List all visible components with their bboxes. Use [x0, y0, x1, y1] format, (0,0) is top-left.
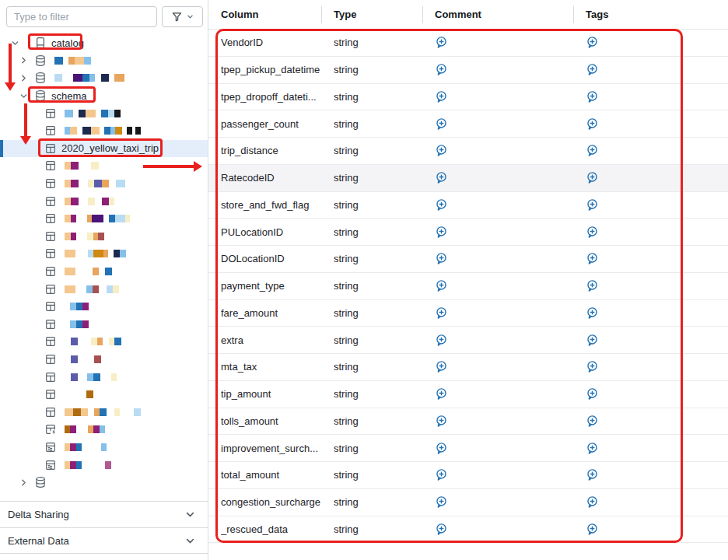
add-tag-button[interactable]	[586, 36, 599, 49]
table-row[interactable]: fare_amount string	[208, 300, 728, 327]
table-row[interactable]: tolls_amount string	[208, 408, 728, 436]
table-row[interactable]: DOLocationID string	[208, 246, 728, 273]
table-icon	[44, 406, 57, 418]
column-name: total_amount	[221, 469, 321, 481]
add-comment-button[interactable]	[435, 279, 448, 292]
add-comment-button[interactable]	[435, 226, 448, 239]
table-row[interactable]: total_amount string	[208, 462, 728, 489]
tree-item[interactable]	[0, 210, 208, 228]
add-tag-button[interactable]	[586, 360, 599, 373]
add-comment-button[interactable]	[435, 36, 448, 49]
add-comment-button[interactable]	[435, 334, 448, 347]
table-row[interactable]: extra string	[208, 327, 728, 354]
add-comment-button[interactable]	[435, 495, 448, 509]
table-row[interactable]: trip_distance string	[208, 138, 728, 165]
add-comment-button[interactable]	[435, 387, 448, 401]
chevron-down-icon[interactable]	[11, 39, 34, 47]
add-tag-button[interactable]	[586, 63, 599, 76]
add-tag-button[interactable]	[586, 415, 599, 428]
tree-item[interactable]	[0, 69, 208, 87]
add-comment-button[interactable]	[435, 144, 448, 157]
table-row[interactable]: tip_amount string	[208, 381, 728, 408]
add-comment-button[interactable]	[435, 252, 448, 265]
add-tag-button[interactable]	[586, 198, 599, 212]
tree-item[interactable]	[0, 192, 208, 210]
tree-item[interactable]	[0, 439, 208, 457]
table-row[interactable]: improvement_surch... string	[208, 435, 728, 462]
redacted-item-label	[65, 180, 125, 187]
add-tag-button[interactable]	[586, 523, 599, 536]
table-row[interactable]: congestion_surcharge string	[208, 489, 728, 516]
add-comment-button[interactable]	[435, 171, 448, 184]
tree-item[interactable]	[0, 386, 208, 404]
tree-item[interactable]	[0, 175, 208, 193]
add-comment-button[interactable]	[435, 523, 448, 536]
add-comment-button[interactable]	[435, 117, 448, 131]
tree-item[interactable]	[0, 316, 208, 334]
add-comment-button[interactable]	[435, 468, 448, 481]
add-tag-button[interactable]	[586, 171, 599, 184]
add-comment-button[interactable]	[435, 360, 448, 373]
add-comment-button[interactable]	[435, 442, 448, 455]
tree-item[interactable]: schema	[0, 87, 208, 105]
add-tag-button[interactable]	[586, 144, 599, 157]
add-tag-button[interactable]	[586, 468, 599, 481]
add-tag-button[interactable]	[586, 252, 599, 265]
add-tag-button[interactable]	[586, 306, 599, 320]
add-tag-button[interactable]	[586, 387, 599, 401]
add-tag-button[interactable]	[586, 334, 599, 347]
tree-item[interactable]: 2020_yellow_taxi_trip	[0, 140, 208, 158]
tree-item[interactable]	[0, 280, 208, 298]
table-row[interactable]: PULocationID string	[208, 219, 728, 246]
add-tag-button[interactable]	[586, 442, 599, 455]
add-comment-button[interactable]	[435, 63, 448, 76]
tree-item[interactable]	[0, 333, 208, 351]
table-row[interactable]: tpep_pickup_datetime string	[208, 57, 728, 84]
table-row[interactable]: payment_type string	[208, 273, 728, 300]
add-tag-button[interactable]	[586, 90, 599, 103]
table-row[interactable]: _rescued_data string	[208, 516, 728, 544]
tree-item[interactable]	[0, 157, 208, 175]
tree-item[interactable]	[0, 421, 208, 439]
tree-item[interactable]	[0, 298, 208, 316]
tree-item[interactable]: catalog	[0, 34, 208, 52]
chevron-right-icon[interactable]	[19, 56, 34, 65]
tree-item[interactable]	[0, 104, 208, 122]
sidebar-bottom-sections: Delta Sharing External Data	[0, 501, 208, 554]
tree-item[interactable]	[0, 368, 208, 386]
tree-item[interactable]	[0, 245, 208, 263]
table-row[interactable]: tpep_dropoff_dateti... string	[208, 84, 728, 111]
table-row[interactable]: VendorID string	[208, 30, 728, 57]
add-comment-button[interactable]	[435, 198, 448, 212]
table-row[interactable]: passenger_count string	[208, 110, 728, 138]
section-external-data[interactable]: External Data	[0, 527, 208, 554]
add-comment-button[interactable]	[435, 90, 448, 103]
tree-item[interactable]	[0, 122, 208, 140]
filter-button[interactable]	[162, 6, 203, 27]
table-row[interactable]: mta_tax string	[208, 354, 728, 381]
tree-item[interactable]	[0, 403, 208, 421]
add-tag-button[interactable]	[586, 495, 599, 509]
tree-item[interactable]	[0, 228, 208, 246]
filter-input[interactable]	[6, 6, 157, 27]
table-row[interactable]: store_and_fwd_flag string	[208, 192, 728, 219]
section-delta-sharing[interactable]: Delta Sharing	[0, 501, 208, 527]
chevron-down-icon	[187, 13, 194, 20]
add-comment-button[interactable]	[435, 415, 448, 428]
table-icon	[44, 247, 57, 260]
table-row[interactable]: RatecodeID string	[208, 165, 728, 192]
tree-item[interactable]	[0, 456, 208, 474]
table-icon	[44, 230, 57, 243]
tree-item[interactable]	[0, 474, 208, 492]
chevron-down-icon[interactable]	[19, 92, 34, 100]
add-tag-button[interactable]	[586, 117, 599, 131]
add-tag-button[interactable]	[586, 226, 599, 239]
tree-item[interactable]	[0, 52, 208, 70]
chevron-right-icon[interactable]	[19, 478, 34, 487]
chevron-right-icon[interactable]	[19, 74, 34, 82]
section-label: External Data	[8, 535, 69, 547]
add-tag-button[interactable]	[586, 279, 599, 292]
tree-item[interactable]	[0, 263, 208, 281]
add-comment-button[interactable]	[435, 306, 448, 320]
tree-item[interactable]	[0, 351, 208, 369]
